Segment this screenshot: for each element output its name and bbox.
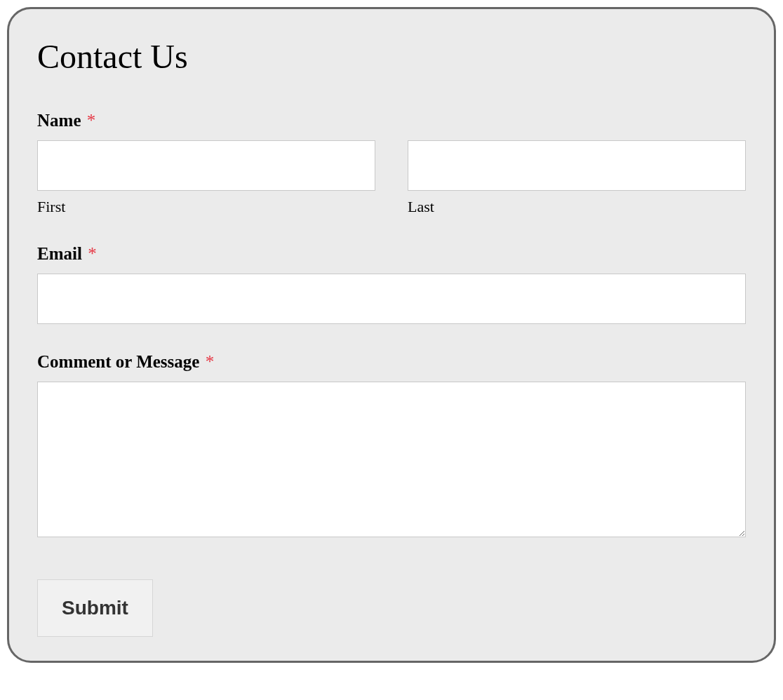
submit-button[interactable]: Submit: [37, 579, 153, 637]
message-label: Comment or Message *: [37, 352, 746, 372]
email-input[interactable]: [37, 274, 746, 324]
last-name-column: Last: [408, 140, 746, 216]
name-label: Name *: [37, 111, 746, 130]
message-field-group: Comment or Message *: [37, 352, 746, 540]
name-row: First Last: [37, 140, 746, 216]
first-name-sublabel: First: [37, 198, 375, 216]
email-field-group: Email *: [37, 244, 746, 324]
message-label-text: Comment or Message: [37, 352, 199, 371]
last-name-input[interactable]: [408, 140, 746, 191]
email-label: Email *: [37, 244, 746, 264]
message-textarea[interactable]: [37, 382, 746, 537]
first-name-column: First: [37, 140, 375, 216]
first-name-input[interactable]: [37, 140, 375, 191]
form-title: Contact Us: [37, 37, 746, 76]
required-indicator: *: [88, 244, 97, 263]
name-label-text: Name: [37, 111, 81, 130]
email-label-text: Email: [37, 244, 82, 263]
name-field-group: Name * First Last: [37, 111, 746, 216]
last-name-sublabel: Last: [408, 198, 746, 216]
required-indicator: *: [87, 111, 96, 130]
contact-form-card: Contact Us Name * First Last Email * Com…: [7, 7, 776, 663]
required-indicator: *: [206, 352, 215, 371]
